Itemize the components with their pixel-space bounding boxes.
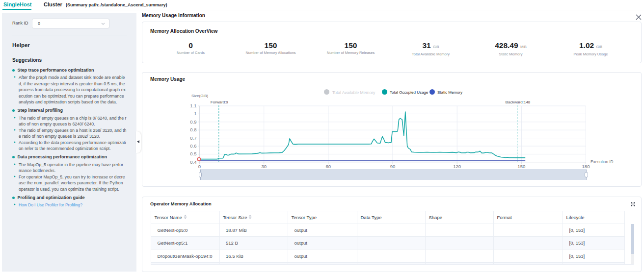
svg-text:Size(GiB): Size(GiB) [191,94,209,98]
svg-text:0.8: 0.8 [190,127,196,132]
svg-text:120: 120 [453,164,461,169]
svg-text:0.7: 0.7 [190,135,196,141]
svg-text:180: 180 [582,164,590,169]
svg-text:0.4: 0.4 [190,159,196,165]
svg-text:0.5: 0.5 [190,151,196,156]
svg-text:30: 30 [261,164,267,169]
svg-text:90: 90 [390,164,396,169]
svg-text:1.1: 1.1 [190,103,196,108]
svg-text:Execution ID: Execution ID [590,160,614,164]
svg-text:0: 0 [198,164,201,169]
svg-text:150: 150 [517,164,525,169]
svg-text:0.9: 0.9 [190,119,196,125]
svg-text:Forward:9: Forward:9 [211,100,229,104]
svg-text:60: 60 [326,164,331,169]
svg-text:1: 1 [194,111,196,116]
svg-text:0.6: 0.6 [190,143,196,149]
svg-text:Backward:148: Backward:148 [506,100,531,104]
